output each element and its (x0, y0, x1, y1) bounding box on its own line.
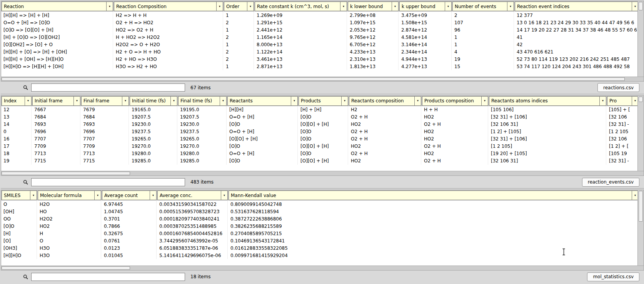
cell-reactants: [O]O (227, 143, 298, 150)
table-row[interactable]: [H][H]O => [H][H] + [OH]H3O => H2 + HO12… (1, 63, 637, 70)
column-dropdown-button[interactable]: ▾ (247, 2, 254, 11)
column-header-number-of-events[interactable]: Number of events▾ (452, 2, 514, 11)
horizontal-scrollbar[interactable] (1, 171, 644, 176)
table-row[interactable]: 07696769619237.519237.5O=O + [H][O]OO2 +… (1, 128, 637, 135)
column-header-initial-frame[interactable]: Initial frame▾ (32, 96, 80, 106)
column-dropdown-button[interactable]: ▾ (73, 97, 80, 105)
table-row[interactable]: OH2O6.974450.0034315903415870220.8090099… (1, 200, 637, 208)
column-dropdown-button[interactable]: ▾ (392, 2, 398, 11)
column-dropdown-button[interactable]: ▾ (25, 97, 31, 105)
column-dropdown-button[interactable]: ▾ (220, 97, 226, 105)
scrollbar-thumb[interactable] (2, 77, 625, 81)
column-header-initial-time-fs[interactable]: Initial time (fs)▾ (130, 96, 177, 106)
column-header-smiles[interactable]: SMILES▾ (2, 190, 37, 200)
column-header-reactants[interactable]: Reactants▾ (227, 96, 298, 106)
table-row[interactable]: 147693769319230.019230.0[O]O[O][O] + [H]… (1, 121, 637, 128)
column-header-rate-constant-k-cm-3-mol-s[interactable]: Rate constant k (cm^3, mol, s)▾ (255, 2, 347, 11)
column-header-reactants-atoms-indices[interactable]: Reactants atoms indices▾ (489, 96, 606, 106)
column-dropdown-button[interactable]: ▾ (216, 2, 223, 11)
column-dropdown-button[interactable]: ▾ (481, 97, 488, 105)
column-dropdown-button[interactable]: ▾ (150, 191, 156, 200)
chevron-down-icon: ▾ (343, 5, 344, 8)
column-dropdown-button[interactable]: ▾ (340, 2, 347, 11)
table-row[interactable]: 167707770719265.019265.0[O][O] + [H][O]O… (1, 135, 637, 143)
column-header-reactants-composition[interactable]: Reactants composition▾ (349, 96, 421, 106)
file-button[interactable]: mol_statistics.csv (587, 272, 639, 281)
cell-index: 18 (2, 150, 32, 157)
vertical-scrollbar[interactable] (637, 1, 644, 77)
table-row[interactable]: [H][H]OH3O0.010455.1416411429696075e-060… (1, 252, 637, 259)
column-dropdown-button[interactable]: ▾ (632, 191, 637, 200)
column-dropdown-button[interactable]: ▾ (632, 2, 637, 11)
table-row[interactable]: 197715771519285.019285.0[O]O[O][O] + [H]… (1, 157, 637, 165)
column-header-reaction[interactable]: Reaction▾ (2, 2, 113, 11)
column-header-k-lower-bound[interactable]: k lower bound▾ (348, 2, 399, 11)
cell-mann-kendall-value: 0.3826235688215589 (229, 222, 637, 230)
table-row[interactable]: 137684768419207.519207.5O=O + [H][O]OO2 … (1, 114, 637, 121)
column-dropdown-button[interactable]: ▾ (414, 97, 421, 105)
search-input[interactable] (31, 178, 185, 186)
column-dropdown-button[interactable]: ▾ (291, 97, 297, 105)
column-header-products[interactable]: Products▾ (299, 96, 348, 106)
table-row[interactable]: [O]O => [O][O] + [H]HO2 => O2 + H12.441e… (1, 26, 637, 33)
scrollbar-thumb[interactable] (2, 172, 130, 175)
file-button[interactable]: reaction_events.csv (582, 178, 639, 187)
table-row[interactable]: 177709770919270.019270.0[O]O[O][O] + [H]… (1, 143, 637, 150)
column-header-mann-kendall-value[interactable]: Mann-Kendall value▾ (229, 190, 637, 200)
column-dropdown-button[interactable]: ▾ (445, 2, 451, 11)
column-header-order[interactable]: Order▾ (224, 2, 254, 11)
column-dropdown-button[interactable]: ▾ (507, 2, 514, 11)
column-header-molecular-formula[interactable]: Molecular formula▾ (38, 190, 101, 200)
column-dropdown-button[interactable]: ▾ (30, 191, 37, 200)
vertical-scrollbar[interactable] (637, 96, 644, 171)
scrollbar-thumb[interactable] (639, 2, 643, 10)
table-row[interactable]: 187713771319280.019280.0O=O + [H][O]OO2 … (1, 150, 637, 157)
column-header-index[interactable]: Index▾ (2, 96, 32, 106)
horizontal-scrollbar[interactable] (1, 266, 644, 271)
column-header-pro[interactable]: Pro▾ (607, 96, 637, 106)
column-dropdown-button[interactable]: ▾ (632, 97, 637, 105)
column-dropdown-button[interactable]: ▾ (341, 97, 348, 105)
column-header-k-upper-bound[interactable]: k upper bound▾ (399, 2, 452, 11)
search-input[interactable] (31, 84, 185, 92)
cell-number-of-events: 1 (452, 33, 514, 41)
search-input[interactable] (31, 273, 185, 281)
column-dropdown-button[interactable]: ▾ (170, 97, 177, 105)
column-header-reaction-composition[interactable]: Reaction Composition▾ (114, 2, 223, 11)
column-header-average-count[interactable]: Average count▾ (102, 190, 157, 200)
horizontal-scrollbar[interactable] (1, 77, 644, 82)
scrollbar-thumb[interactable] (639, 191, 643, 222)
reactions-table: Reaction▾Reaction Composition▾Order▾Rate… (1, 1, 637, 77)
file-button[interactable]: reactions.csv (597, 83, 639, 92)
table-row[interactable]: [O]OHO20.78660.0003870253514889850.38262… (1, 222, 637, 230)
table-row[interactable]: 127667767919165.019195.0[H][H][H] + [H]H… (1, 106, 637, 114)
scrollbar-thumb[interactable] (639, 97, 643, 102)
column-header-products-composition[interactable]: Products composition▾ (422, 96, 488, 106)
cell-reactants-composition: H2 (349, 106, 421, 114)
column-header-final-time-fs[interactable]: Final time (fs)▾ (178, 96, 227, 106)
column-header-reaction-event-indices[interactable]: Reaction event indices▾ (515, 2, 637, 11)
cell-final-frame: 7715 (81, 157, 129, 165)
table-row[interactable]: [H][H] + [OH] => [H][H]OH2 + HO => H3O23… (1, 55, 637, 63)
table-row[interactable]: [OH3]H3O0.01236.051883833351787e-060.016… (1, 244, 637, 252)
vertical-scrollbar[interactable] (637, 190, 644, 266)
column-dropdown-button[interactable]: ▾ (94, 191, 101, 200)
table-row[interactable]: OOH2O20.37010.00018209774038402410.38727… (1, 215, 637, 222)
scrollbar-thumb[interactable] (2, 266, 130, 270)
table-row[interactable]: [O]O0.07613.744295607463992e-050.1046913… (1, 237, 637, 244)
table-row[interactable]: [H][H] => [H] + [H]H2 => H + H11.269e+09… (1, 12, 637, 19)
table-row[interactable]: [OH]HO1.047450.00051536957083287230.5316… (1, 208, 637, 215)
table-row[interactable]: O=O + [H] => [O]OO2 + H => HO221.291e+15… (1, 19, 637, 26)
column-dropdown-button[interactable]: ▾ (599, 97, 606, 105)
column-header-average-conc[interactable]: Average conc.▾ (157, 190, 228, 200)
column-header-final-frame[interactable]: Final frame▾ (81, 96, 129, 106)
table-row[interactable]: [O][OH2] => [O] + OH2O2 => O + H2O18.000… (1, 41, 637, 48)
chevron-down-icon: ▾ (33, 194, 34, 197)
table-row[interactable]: [H] + [O]O => [O][OH2]H + HO2 => H2O221.… (1, 33, 637, 41)
column-dropdown-button[interactable]: ▾ (106, 2, 113, 11)
cell-reaction-event-indices: 52 73 80 114 119 123 202 216 242 251 485… (515, 55, 637, 63)
table-row[interactable]: [H]H0.326750.000160768540044528160.27040… (1, 230, 637, 237)
column-dropdown-button[interactable]: ▾ (122, 97, 128, 105)
column-dropdown-button[interactable]: ▾ (221, 191, 227, 200)
table-row[interactable]: [H][H] + [O] => [H] + [OH]H2 + O => H + … (1, 48, 637, 55)
